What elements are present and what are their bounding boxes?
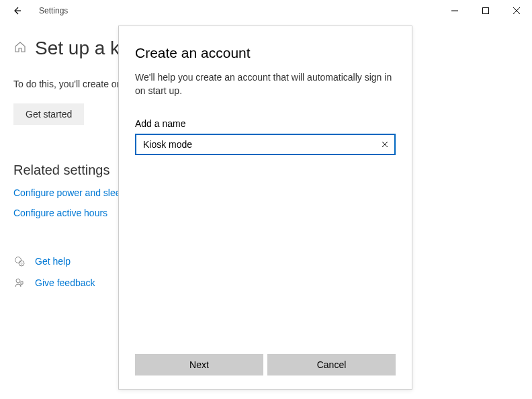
feedback-icon [13,277,26,288]
get-help-link: Get help [35,256,71,267]
dialog-title: Create an account [135,45,396,61]
name-input[interactable] [135,134,396,155]
clear-icon [382,141,388,148]
minimize-button[interactable] [439,0,470,21]
maximize-icon [482,7,489,14]
minimize-icon [451,7,458,14]
clear-input-button[interactable] [378,138,392,151]
home-icon [13,40,27,56]
close-icon [513,7,520,14]
give-feedback-link: Give feedback [35,277,95,288]
dialog-description: We'll help you create an account that wi… [135,71,396,98]
name-field-label: Add a name [135,118,396,129]
next-button[interactable]: Next [135,354,263,375]
titlebar: Settings [0,0,532,21]
back-arrow-icon [11,5,22,16]
maximize-button[interactable] [470,0,501,21]
svg-point-8 [16,279,20,283]
name-input-wrapper [135,134,396,155]
dialog-footer: Next Cancel [135,354,396,375]
cancel-button[interactable]: Cancel [267,354,396,375]
create-account-dialog: Create an account We'll help you create … [118,26,412,390]
back-button[interactable] [7,0,27,21]
close-button[interactable] [501,0,532,21]
help-icon: ? [13,256,26,267]
window-title: Settings [39,6,68,15]
get-started-button[interactable]: Get started [13,103,84,125]
window-controls [439,0,532,21]
svg-rect-2 [483,8,489,14]
svg-text:?: ? [20,261,23,265]
